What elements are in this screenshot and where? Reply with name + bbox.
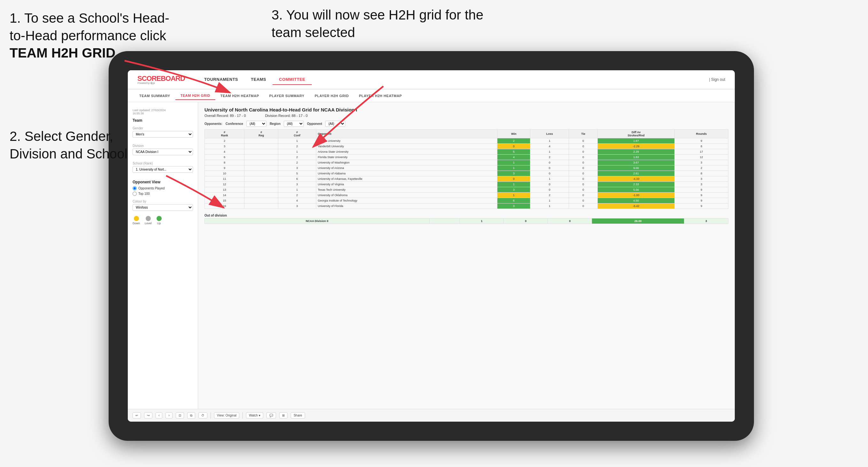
cell-conf: 1 [278,138,316,144]
nav-teams[interactable]: TEAMS [244,74,273,85]
cell-opponent: University of Arkansas, Fayetteville [316,176,497,182]
h2h-table: #Rank #Reg #Conf Opponent Win Loss Tie D… [205,129,728,209]
school-select[interactable]: 1. University of Nort... [132,166,193,173]
conference-filter-select[interactable]: (All) [246,121,267,127]
watch-button[interactable]: Watch ▾ [246,412,263,418]
radio-opponents-played[interactable]: Opponents Played [132,186,193,190]
tablet-screen: SCOREBOARD Powered by clippi TOURNAMENTS… [128,70,735,422]
division-select[interactable]: NCAA Division I [132,149,193,155]
nav-tournaments[interactable]: TOURNAMENTS [198,74,244,85]
school-label: School (Rank) [132,162,193,165]
ood-empty [429,218,460,224]
cell-rounds: 8 [675,171,728,176]
ood-rounds: 3 [684,218,728,224]
cell-conf: 3 [278,165,316,171]
time-button[interactable]: ⏱ [198,412,207,418]
cell-rounds: 3 [675,182,728,187]
redo-button[interactable]: ↪ [144,412,152,418]
color-down-label: Down [132,222,140,225]
cell-conf: 4 [278,198,316,204]
conference-filter-label: Conference [225,122,243,126]
tab-player-h2h-heatmap[interactable]: PLAYER H2H HEATMAP [354,92,407,100]
col-win: Win [497,130,530,138]
out-of-division-table: NCAA Division II 1 0 0 26.00 3 [205,218,728,224]
cell-win: 0 [497,144,530,149]
gender-select[interactable]: Men's [132,131,193,138]
region-filter-select[interactable]: (All) [284,121,304,127]
cell-rounds: 9 [675,187,728,193]
comment-button[interactable]: 💬 [267,412,276,418]
cell-tie: 0 [569,160,598,165]
forward-button[interactable]: › [165,412,172,418]
cell-diff: 2.33 [597,182,674,187]
tab-player-h2h-grid[interactable]: PLAYER H2H GRID [310,92,354,100]
view-original-button[interactable]: View: Original [214,412,240,418]
cell-diff: 3.67 [597,160,674,165]
cell-opponent: Arizona State University [316,149,497,155]
cell-rank: 16 [205,204,244,209]
cell-rank: 14 [205,193,244,198]
cell-rounds: 8 [675,144,728,149]
tab-team-h2h-heatmap[interactable]: TEAM H2H HEATMAP [215,92,264,100]
table-row: 13 1 Texas Tech University 3 0 0 5.56 9 [205,187,728,193]
tablet-device: SCOREBOARD Powered by clippi TOURNAMENTS… [108,51,754,441]
radio-top-100[interactable]: Top 100 [132,192,193,196]
tab-team-summary[interactable]: TEAM SUMMARY [134,92,176,100]
cell-tie: 0 [569,138,598,144]
cell-diff: 2.61 [597,171,674,176]
col-conf: #Conf [278,130,316,138]
undo-button[interactable]: ↩ [132,412,141,418]
cell-tie: 0 [569,171,598,176]
table-row: 11 6 University of Arkansas, Fayettevill… [205,176,728,182]
table-row: 4 1 Arizona State University 5 1 0 2.29 … [205,149,728,155]
main-nav: TOURNAMENTS TEAMS COMMITTEE [198,74,709,85]
copy-button[interactable]: ⧉ [187,412,195,419]
cell-reg [244,182,278,187]
colour-by-label: Colour by [132,200,193,203]
cell-conf: 3 [278,204,316,209]
nav-committee[interactable]: COMMITTEE [273,74,312,85]
cell-reg [244,160,278,165]
cell-loss: 0 [530,165,569,171]
cell-loss: 1 [530,149,569,155]
grid-button[interactable]: ⊞ [279,412,287,418]
cell-tie: 0 [569,193,598,198]
filter-row: Opponents: Conference (All) Region (All)… [205,121,728,127]
cell-rounds: 2 [675,165,728,171]
crop-button[interactable]: ⊡ [176,412,184,418]
table-row: 8 2 University of Washington 1 0 0 3.67 … [205,160,728,165]
cell-rank: 12 [205,182,244,187]
cell-win: 3 [497,204,530,209]
cell-loss: 0 [530,182,569,187]
opponent-filter-select[interactable]: (All) [325,121,345,127]
sign-out-button[interactable]: | Sign out [709,77,725,82]
table-row: 10 5 University of Alabama 3 0 0 2.61 8 [205,171,728,176]
cell-reg [244,149,278,155]
cell-opponent: Florida State University [316,155,497,160]
cell-conf: 2 [278,155,316,160]
colour-by-select[interactable]: Win/loss [132,204,193,211]
annotation-2: 2. Select Gender, Division and School [9,128,137,163]
grid-title: University of North Carolina Head-to-Hea… [205,107,728,113]
cell-loss: 1 [530,198,569,204]
cell-diff: 9.00 [597,165,674,171]
cell-rank: 3 [205,144,244,149]
cell-rank: 15 [205,198,244,204]
color-legend: Down Level Up [132,216,193,225]
cell-rank: 11 [205,176,244,182]
cell-diff: -6.42 [597,204,674,209]
back-button[interactable]: ‹ [156,412,162,418]
opponents-filter-label: Opponents: [205,122,222,126]
cell-opponent: University of Arizona [316,165,497,171]
tab-team-h2h-grid[interactable]: TEAM H2H GRID [176,92,215,100]
color-down-dot [134,216,139,221]
cell-loss: 2 [530,155,569,160]
share-button[interactable]: Share [291,412,305,418]
tab-player-summary[interactable]: PLAYER SUMMARY [264,92,310,100]
cell-loss: 1 [530,138,569,144]
cell-loss: 1 [530,176,569,182]
cell-rounds: 9 [675,193,728,198]
app-logo: SCOREBOARD Powered by clippi [137,74,185,85]
cell-reg [244,193,278,198]
ood-tie: 0 [548,218,592,224]
